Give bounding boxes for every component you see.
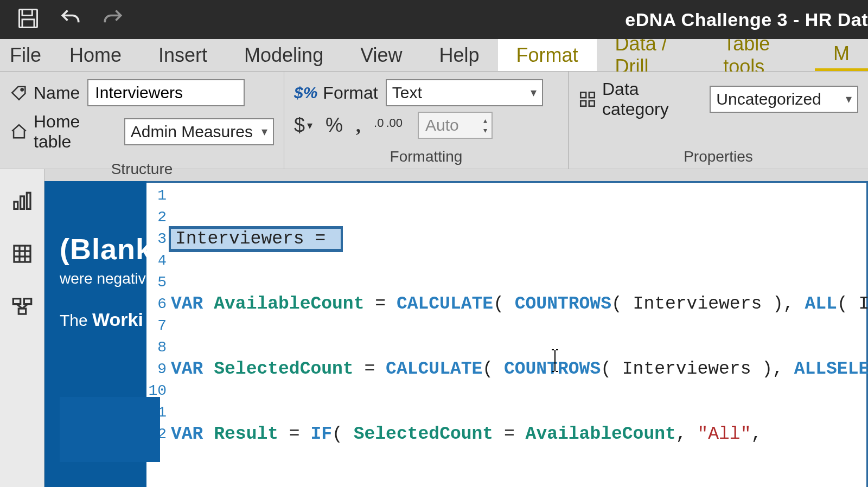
svg-rect-8 [14, 202, 18, 209]
data-category-combo[interactable]: Uncategorized▾ [710, 86, 858, 113]
group-label-properties: Properties [578, 145, 858, 166]
ribbon-group-structure: Name Home table Admin Measures▾ Structur… [0, 72, 284, 169]
decimals-spinbox[interactable]: Auto ▴▾ [418, 112, 493, 139]
svg-rect-11 [14, 246, 30, 262]
work-area: 1 2 3 4 5 6 7 8 9 10 11 12 Interviewers … [44, 169, 868, 487]
home-table-combo[interactable]: Admin Measures▾ [124, 118, 274, 145]
tab-format[interactable]: Format [498, 39, 597, 71]
canvas-card: (Blank) were negativ The Worki [60, 232, 160, 330]
svg-rect-7 [589, 101, 595, 106]
tab-table-tools[interactable]: Table tools [705, 39, 815, 71]
name-label: Name [10, 83, 80, 103]
card-subtitle: were negativ [60, 270, 160, 287]
view-rail [0, 169, 44, 487]
text-cursor-icon [548, 349, 550, 370]
card-line2: The Worki [60, 309, 160, 330]
currency-button[interactable]: $▾ [294, 114, 312, 137]
data-category-label: Data category [578, 79, 702, 119]
tab-file[interactable]: File [0, 39, 51, 71]
model-view-button[interactable] [7, 291, 37, 321]
ribbon: Name Home table Admin Measures▾ Structur… [0, 72, 868, 169]
svg-rect-18 [18, 309, 25, 314]
tab-help[interactable]: Help [421, 39, 498, 71]
svg-rect-16 [13, 299, 20, 304]
formula-bar[interactable]: 1 2 3 4 5 6 7 8 9 10 11 12 Interviewers … [51, 181, 868, 487]
chevron-up-icon[interactable]: ▴ [483, 117, 487, 124]
ribbon-group-properties: Data category Uncategorized▾ Properties [569, 72, 868, 169]
svg-rect-1 [22, 10, 32, 16]
svg-rect-10 [27, 193, 30, 209]
format-combo[interactable]: Text▾ [386, 79, 543, 106]
comma-button[interactable]: , [356, 114, 361, 137]
chevron-down-icon: ▾ [846, 92, 852, 106]
svg-rect-6 [580, 101, 586, 106]
svg-rect-2 [22, 20, 34, 28]
format-label: $% Format [294, 83, 378, 103]
card-title: (Blank) [60, 232, 160, 266]
window-title: eDNA Challenge 3 - HR Dat [625, 0, 868, 39]
name-input[interactable] [87, 79, 245, 106]
chevron-down-icon: ▾ [261, 125, 267, 139]
svg-rect-4 [580, 92, 586, 98]
title-bar: eDNA Challenge 3 - HR Dat [0, 0, 868, 39]
chevron-down-icon[interactable]: ▾ [483, 126, 487, 134]
group-label-formatting: Formatting [294, 145, 558, 166]
svg-rect-5 [589, 92, 595, 98]
report-view-button[interactable] [7, 187, 37, 217]
svg-rect-9 [20, 196, 24, 209]
dax-code[interactable]: Interviewers = VAR AvailableCount = CALC… [171, 185, 864, 487]
tab-view[interactable]: View [342, 39, 420, 71]
tab-insert[interactable]: Insert [140, 39, 226, 71]
tab-modeling[interactable]: Modeling [226, 39, 342, 71]
tab-data-drill[interactable]: Data / Drill [597, 39, 705, 71]
dax-editor[interactable]: 1 2 3 4 5 6 7 8 9 10 11 12 Interviewers … [145, 183, 866, 487]
save-icon[interactable] [16, 7, 40, 33]
canvas-card-2 [60, 397, 160, 462]
tab-home[interactable]: Home [51, 39, 140, 71]
percent-button[interactable]: % [326, 114, 343, 137]
data-view-button[interactable] [7, 239, 37, 269]
tab-measure-partial[interactable]: M [815, 39, 868, 71]
undo-icon[interactable] [59, 7, 82, 33]
decimals-icon[interactable]: .0.00 [374, 118, 403, 129]
redo-icon[interactable] [101, 7, 125, 33]
menu-bar: File Home Insert Modeling View Help Form… [0, 39, 868, 72]
svg-rect-17 [24, 299, 31, 304]
ribbon-group-formatting: $% Format Text▾ $▾ % , .0.00 Auto [284, 72, 569, 169]
chevron-down-icon: ▾ [531, 86, 537, 100]
home-table-label: Home table [10, 112, 117, 152]
svg-point-3 [21, 88, 23, 91]
